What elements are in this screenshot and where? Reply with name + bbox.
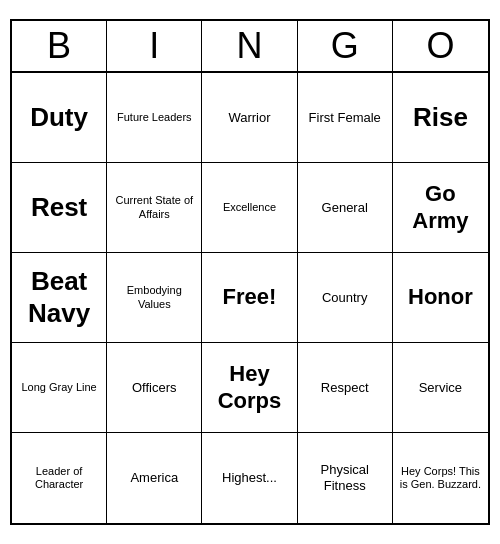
bingo-cell: Officers	[107, 343, 202, 433]
bingo-cell: Honor	[393, 253, 488, 343]
bingo-cell: Country	[298, 253, 393, 343]
bingo-cell: Free!	[202, 253, 297, 343]
bingo-cell: Beat Navy	[12, 253, 107, 343]
bingo-letter: I	[107, 21, 202, 71]
bingo-header: BINGO	[12, 21, 488, 73]
bingo-cell: Hey Corps	[202, 343, 297, 433]
bingo-cell: Excellence	[202, 163, 297, 253]
bingo-cell: Future Leaders	[107, 73, 202, 163]
bingo-cell: Physical Fitness	[298, 433, 393, 523]
bingo-letter: B	[12, 21, 107, 71]
bingo-cell: First Female	[298, 73, 393, 163]
bingo-letter: G	[298, 21, 393, 71]
bingo-cell: General	[298, 163, 393, 253]
bingo-cell: Warrior	[202, 73, 297, 163]
bingo-cell: Service	[393, 343, 488, 433]
bingo-letter: N	[202, 21, 297, 71]
bingo-cell: Leader of Character	[12, 433, 107, 523]
bingo-cell: Hey Corps! This is Gen. Buzzard.	[393, 433, 488, 523]
bingo-cell: Go Army	[393, 163, 488, 253]
bingo-cell: Long Gray Line	[12, 343, 107, 433]
bingo-cell: Rise	[393, 73, 488, 163]
bingo-cell: Rest	[12, 163, 107, 253]
bingo-card: BINGO DutyFuture LeadersWarriorFirst Fem…	[10, 19, 490, 525]
bingo-letter: O	[393, 21, 488, 71]
bingo-cell: Respect	[298, 343, 393, 433]
bingo-cell: America	[107, 433, 202, 523]
bingo-grid: DutyFuture LeadersWarriorFirst FemaleRis…	[12, 73, 488, 523]
bingo-cell: Embodying Values	[107, 253, 202, 343]
bingo-cell: Highest...	[202, 433, 297, 523]
bingo-cell: Duty	[12, 73, 107, 163]
bingo-cell: Current State of Affairs	[107, 163, 202, 253]
